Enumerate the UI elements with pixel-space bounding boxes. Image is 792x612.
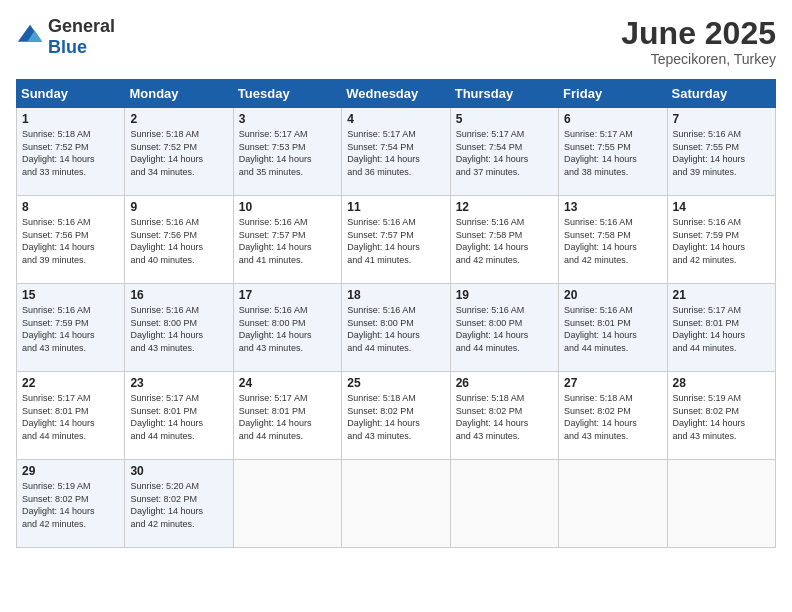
logo: General Blue: [16, 16, 115, 58]
day-content: Sunrise: 5:16 AM Sunset: 7:57 PM Dayligh…: [347, 216, 444, 266]
day-number: 30: [130, 464, 227, 478]
location-subtitle: Tepecikoren, Turkey: [621, 51, 776, 67]
day-number: 19: [456, 288, 553, 302]
day-content: Sunrise: 5:16 AM Sunset: 7:58 PM Dayligh…: [456, 216, 553, 266]
day-number: 11: [347, 200, 444, 214]
day-number: 6: [564, 112, 661, 126]
day-content: Sunrise: 5:18 AM Sunset: 8:02 PM Dayligh…: [347, 392, 444, 442]
day-content: Sunrise: 5:16 AM Sunset: 7:57 PM Dayligh…: [239, 216, 336, 266]
table-row: 2Sunrise: 5:18 AM Sunset: 7:52 PM Daylig…: [125, 108, 233, 196]
calendar-week-row: 1Sunrise: 5:18 AM Sunset: 7:52 PM Daylig…: [17, 108, 776, 196]
day-content: Sunrise: 5:17 AM Sunset: 8:01 PM Dayligh…: [673, 304, 770, 354]
header-monday: Monday: [125, 80, 233, 108]
header-tuesday: Tuesday: [233, 80, 341, 108]
day-number: 1: [22, 112, 119, 126]
day-number: 17: [239, 288, 336, 302]
table-row: 9Sunrise: 5:16 AM Sunset: 7:56 PM Daylig…: [125, 196, 233, 284]
title-area: June 2025 Tepecikoren, Turkey: [621, 16, 776, 67]
day-content: Sunrise: 5:19 AM Sunset: 8:02 PM Dayligh…: [673, 392, 770, 442]
table-row: 23Sunrise: 5:17 AM Sunset: 8:01 PM Dayli…: [125, 372, 233, 460]
table-row: [342, 460, 450, 548]
table-row: 7Sunrise: 5:16 AM Sunset: 7:55 PM Daylig…: [667, 108, 775, 196]
calendar-week-row: 22Sunrise: 5:17 AM Sunset: 8:01 PM Dayli…: [17, 372, 776, 460]
day-number: 24: [239, 376, 336, 390]
day-content: Sunrise: 5:18 AM Sunset: 7:52 PM Dayligh…: [130, 128, 227, 178]
table-row: 8Sunrise: 5:16 AM Sunset: 7:56 PM Daylig…: [17, 196, 125, 284]
table-row: 10Sunrise: 5:16 AM Sunset: 7:57 PM Dayli…: [233, 196, 341, 284]
day-number: 10: [239, 200, 336, 214]
header-wednesday: Wednesday: [342, 80, 450, 108]
day-number: 22: [22, 376, 119, 390]
table-row: 29Sunrise: 5:19 AM Sunset: 8:02 PM Dayli…: [17, 460, 125, 548]
day-content: Sunrise: 5:16 AM Sunset: 8:00 PM Dayligh…: [239, 304, 336, 354]
table-row: 17Sunrise: 5:16 AM Sunset: 8:00 PM Dayli…: [233, 284, 341, 372]
table-row: 6Sunrise: 5:17 AM Sunset: 7:55 PM Daylig…: [559, 108, 667, 196]
day-content: Sunrise: 5:17 AM Sunset: 7:54 PM Dayligh…: [456, 128, 553, 178]
table-row: 27Sunrise: 5:18 AM Sunset: 8:02 PM Dayli…: [559, 372, 667, 460]
table-row: 26Sunrise: 5:18 AM Sunset: 8:02 PM Dayli…: [450, 372, 558, 460]
logo-general: General: [48, 16, 115, 36]
day-number: 28: [673, 376, 770, 390]
day-number: 26: [456, 376, 553, 390]
day-number: 7: [673, 112, 770, 126]
day-number: 18: [347, 288, 444, 302]
table-row: 18Sunrise: 5:16 AM Sunset: 8:00 PM Dayli…: [342, 284, 450, 372]
calendar-week-row: 29Sunrise: 5:19 AM Sunset: 8:02 PM Dayli…: [17, 460, 776, 548]
day-number: 4: [347, 112, 444, 126]
day-number: 29: [22, 464, 119, 478]
month-title: June 2025: [621, 16, 776, 51]
day-number: 27: [564, 376, 661, 390]
day-content: Sunrise: 5:16 AM Sunset: 8:00 PM Dayligh…: [456, 304, 553, 354]
day-number: 9: [130, 200, 227, 214]
table-row: 28Sunrise: 5:19 AM Sunset: 8:02 PM Dayli…: [667, 372, 775, 460]
day-number: 23: [130, 376, 227, 390]
day-content: Sunrise: 5:16 AM Sunset: 7:58 PM Dayligh…: [564, 216, 661, 266]
day-number: 5: [456, 112, 553, 126]
logo-blue: Blue: [48, 37, 87, 57]
header-thursday: Thursday: [450, 80, 558, 108]
table-row: 24Sunrise: 5:17 AM Sunset: 8:01 PM Dayli…: [233, 372, 341, 460]
header-sunday: Sunday: [17, 80, 125, 108]
calendar-table: Sunday Monday Tuesday Wednesday Thursday…: [16, 79, 776, 548]
day-content: Sunrise: 5:17 AM Sunset: 7:53 PM Dayligh…: [239, 128, 336, 178]
page-header: General Blue June 2025 Tepecikoren, Turk…: [16, 16, 776, 67]
table-row: 5Sunrise: 5:17 AM Sunset: 7:54 PM Daylig…: [450, 108, 558, 196]
table-row: [450, 460, 558, 548]
calendar-week-row: 8Sunrise: 5:16 AM Sunset: 7:56 PM Daylig…: [17, 196, 776, 284]
table-row: 22Sunrise: 5:17 AM Sunset: 8:01 PM Dayli…: [17, 372, 125, 460]
day-content: Sunrise: 5:18 AM Sunset: 8:02 PM Dayligh…: [456, 392, 553, 442]
day-number: 8: [22, 200, 119, 214]
day-content: Sunrise: 5:20 AM Sunset: 8:02 PM Dayligh…: [130, 480, 227, 530]
day-number: 13: [564, 200, 661, 214]
table-row: 14Sunrise: 5:16 AM Sunset: 7:59 PM Dayli…: [667, 196, 775, 284]
day-number: 3: [239, 112, 336, 126]
day-content: Sunrise: 5:16 AM Sunset: 8:00 PM Dayligh…: [130, 304, 227, 354]
table-row: 30Sunrise: 5:20 AM Sunset: 8:02 PM Dayli…: [125, 460, 233, 548]
day-number: 16: [130, 288, 227, 302]
day-number: 2: [130, 112, 227, 126]
day-content: Sunrise: 5:16 AM Sunset: 7:56 PM Dayligh…: [130, 216, 227, 266]
table-row: 1Sunrise: 5:18 AM Sunset: 7:52 PM Daylig…: [17, 108, 125, 196]
table-row: 3Sunrise: 5:17 AM Sunset: 7:53 PM Daylig…: [233, 108, 341, 196]
day-content: Sunrise: 5:18 AM Sunset: 7:52 PM Dayligh…: [22, 128, 119, 178]
table-row: 11Sunrise: 5:16 AM Sunset: 7:57 PM Dayli…: [342, 196, 450, 284]
table-row: 13Sunrise: 5:16 AM Sunset: 7:58 PM Dayli…: [559, 196, 667, 284]
table-row: [233, 460, 341, 548]
day-content: Sunrise: 5:18 AM Sunset: 8:02 PM Dayligh…: [564, 392, 661, 442]
table-row: 4Sunrise: 5:17 AM Sunset: 7:54 PM Daylig…: [342, 108, 450, 196]
calendar-header-row: Sunday Monday Tuesday Wednesday Thursday…: [17, 80, 776, 108]
day-content: Sunrise: 5:16 AM Sunset: 8:00 PM Dayligh…: [347, 304, 444, 354]
table-row: 21Sunrise: 5:17 AM Sunset: 8:01 PM Dayli…: [667, 284, 775, 372]
table-row: 20Sunrise: 5:16 AM Sunset: 8:01 PM Dayli…: [559, 284, 667, 372]
day-content: Sunrise: 5:17 AM Sunset: 8:01 PM Dayligh…: [22, 392, 119, 442]
header-friday: Friday: [559, 80, 667, 108]
day-content: Sunrise: 5:16 AM Sunset: 7:55 PM Dayligh…: [673, 128, 770, 178]
calendar-week-row: 15Sunrise: 5:16 AM Sunset: 7:59 PM Dayli…: [17, 284, 776, 372]
day-number: 21: [673, 288, 770, 302]
logo-icon: [16, 23, 44, 51]
day-content: Sunrise: 5:17 AM Sunset: 8:01 PM Dayligh…: [130, 392, 227, 442]
table-row: 12Sunrise: 5:16 AM Sunset: 7:58 PM Dayli…: [450, 196, 558, 284]
header-saturday: Saturday: [667, 80, 775, 108]
day-content: Sunrise: 5:16 AM Sunset: 7:59 PM Dayligh…: [22, 304, 119, 354]
day-content: Sunrise: 5:19 AM Sunset: 8:02 PM Dayligh…: [22, 480, 119, 530]
